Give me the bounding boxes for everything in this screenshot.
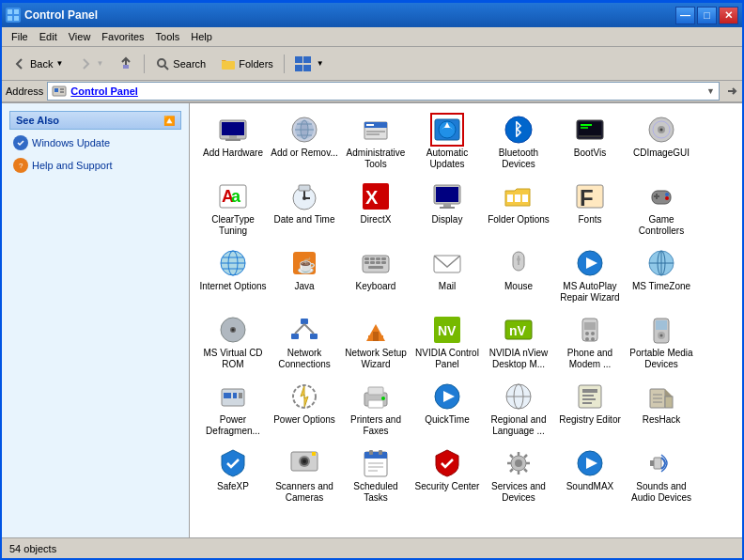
icon-item-bootvis[interactable]: BootVis — [554, 111, 626, 174]
icon-item-power-defrag[interactable]: Power Defragmen... — [197, 378, 269, 441]
main-content: See Also 🔼 Windows Update ? Help and Sup… — [2, 103, 742, 537]
icon-item-regional-language[interactable]: Regional and Language ... — [483, 378, 554, 441]
views-dropdown[interactable]: ▼ — [317, 59, 324, 68]
icon-item-cleartype-tuning[interactable]: AaClearType Tuning — [197, 178, 269, 241]
svg-rect-88 — [368, 266, 383, 269]
svg-text:ᛒ: ᛒ — [513, 120, 523, 139]
minimize-button[interactable]: — — [675, 7, 695, 24]
icon-java: ☕ — [289, 248, 319, 278]
icon-label-soundmax: SoundMAX — [566, 481, 614, 492]
icon-item-folder-options[interactable]: Folder Options — [483, 178, 554, 241]
icon-item-fonts[interactable]: FFonts — [554, 178, 626, 241]
icon-item-cdimagegui[interactable]: CDImageGUI — [626, 111, 697, 174]
title-bar: Control Panel — □ ✕ — [2, 3, 742, 27]
icon-item-display[interactable]: Display — [411, 178, 483, 241]
icon-label-mail: Mail — [439, 281, 456, 292]
see-also-label: See Also — [16, 115, 59, 126]
icon-network-connections — [289, 315, 319, 345]
svg-rect-0 — [8, 9, 12, 14]
forward-dropdown[interactable]: ▼ — [96, 59, 103, 68]
icon-label-java: Java — [294, 281, 314, 292]
menu-edit[interactable]: Edit — [34, 29, 63, 44]
address-dropdown-button[interactable]: ▼ — [706, 86, 715, 96]
icon-item-registry-editor[interactable]: Registry Editor — [554, 378, 626, 441]
address-field[interactable]: Control Panel ▼ — [47, 82, 720, 101]
search-button[interactable]: Search — [148, 51, 212, 77]
icon-item-safexp[interactable]: SafeXP — [197, 444, 269, 507]
icon-item-mail[interactable]: Mail — [411, 244, 483, 307]
icon-item-add-hardware[interactable]: Add Hardware — [197, 111, 269, 174]
icon-scheduled-tasks — [361, 448, 391, 478]
address-go-button[interactable] — [725, 82, 738, 101]
icon-label-keyboard: Keyboard — [356, 281, 396, 292]
icon-item-scheduled-tasks[interactable]: Scheduled Tasks — [340, 444, 411, 507]
icon-label-ms-virtual-cd: MS Virtual CD ROM — [199, 348, 267, 370]
forward-button[interactable]: ▼ — [71, 51, 110, 77]
menu-tools[interactable]: Tools — [150, 29, 186, 44]
sidebar-link-help-support[interactable]: ? Help and Support — [9, 156, 181, 175]
icon-keyboard — [361, 248, 391, 278]
icon-item-ms-virtual-cd[interactable]: MS Virtual CD ROM — [197, 311, 269, 374]
icon-item-network-connections[interactable]: Network Connections — [269, 311, 340, 374]
icon-item-internet-options[interactable]: Internet Options — [197, 244, 269, 307]
icon-item-nvidia-control-panel[interactable]: NVNVIDIA Control Panel — [411, 311, 483, 374]
icon-item-printers-faxes[interactable]: Printers and Faxes — [340, 378, 411, 441]
icon-item-scanners-cameras[interactable]: Scanners and Cameras — [269, 444, 340, 507]
icon-nvidia-control-panel: NV — [432, 315, 462, 345]
icon-label-ms-timezone: MS TimeZone — [632, 281, 690, 292]
icon-item-portable-media[interactable]: Portable Media Devices — [626, 311, 697, 374]
svg-rect-64 — [522, 194, 528, 202]
svg-rect-41 — [579, 135, 601, 137]
back-button[interactable]: Back ▼ — [6, 51, 70, 77]
icon-item-automatic-updates[interactable]: Automatic Updates — [411, 111, 483, 174]
icon-fonts: F — [575, 181, 605, 211]
address-bar: Address Control Panel ▼ — [2, 81, 742, 103]
icon-item-mouse[interactable]: Mouse — [483, 244, 554, 307]
see-also-collapse-button[interactable]: 🔼 — [163, 116, 175, 126]
icon-item-java[interactable]: ☕Java — [269, 244, 340, 307]
folders-button[interactable]: Folders — [214, 51, 280, 77]
icon-item-security-center[interactable]: Security Center — [411, 444, 483, 507]
icon-item-sounds-audio[interactable]: Sounds and Audio Devices — [626, 444, 697, 507]
icon-internet-options — [218, 248, 248, 278]
icon-label-cleartype-tuning: ClearType Tuning — [199, 214, 267, 237]
sidebar-link-windows-update[interactable]: Windows Update — [9, 133, 181, 152]
icon-item-reshack[interactable]: ResHack — [626, 378, 697, 441]
menu-file[interactable]: File — [6, 29, 34, 44]
icon-administrative-tools — [361, 115, 391, 145]
up-button[interactable] — [112, 51, 140, 77]
icon-item-quicktime[interactable]: QuickTime — [411, 378, 483, 441]
icon-item-add-remove-programs[interactable]: Add or Remov... — [269, 111, 340, 174]
icon-item-services-devices[interactable]: Services and Devices — [483, 444, 554, 507]
back-dropdown[interactable]: ▼ — [55, 59, 63, 68]
icon-cdimagegui — [646, 115, 676, 145]
close-button[interactable]: ✕ — [719, 7, 738, 24]
icon-item-nvidia-nview[interactable]: nVNVIDIA nView Desktop M... — [483, 311, 554, 374]
icon-item-phone-modem[interactable]: Phone and Modem ... — [554, 311, 626, 374]
svg-rect-69 — [656, 194, 658, 199]
window-title: Control Panel — [24, 8, 98, 22]
icon-item-directx[interactable]: XDirectX — [340, 178, 411, 241]
icon-item-keyboard[interactable]: Keyboard — [340, 244, 411, 307]
maximize-button[interactable]: □ — [697, 7, 717, 24]
svg-rect-31 — [366, 124, 374, 126]
icon-item-network-setup-wizard[interactable]: Network Setup Wizard — [340, 311, 411, 374]
icon-item-power-options[interactable]: Power Options — [269, 378, 340, 441]
svg-rect-11 — [303, 65, 311, 71]
icon-item-administrative-tools[interactable]: Administrative Tools — [340, 111, 411, 174]
icon-item-game-controllers[interactable]: Game Controllers — [626, 178, 697, 241]
menu-favorites[interactable]: Favorites — [96, 29, 149, 44]
views-button[interactable]: ▼ — [288, 51, 331, 77]
icon-item-date-time[interactable]: Date and Time — [269, 178, 340, 241]
folders-label: Folders — [239, 58, 273, 70]
svg-rect-81 — [370, 257, 375, 260]
icon-item-bluetooth-devices[interactable]: ᛒBluetooth Devices — [483, 111, 554, 174]
icon-item-soundmax[interactable]: SoundMAX — [554, 444, 626, 507]
menu-help[interactable]: Help — [185, 29, 218, 44]
icon-network-setup-wizard — [361, 315, 391, 345]
menu-view[interactable]: View — [63, 29, 97, 44]
icon-item-ms-autoplay[interactable]: MS AutoPlay Repair Wizard — [554, 244, 626, 307]
address-text[interactable]: Control Panel — [70, 86, 138, 97]
icon-item-ms-timezone[interactable]: MS TimeZone — [626, 244, 697, 307]
svg-rect-15 — [60, 91, 64, 93]
